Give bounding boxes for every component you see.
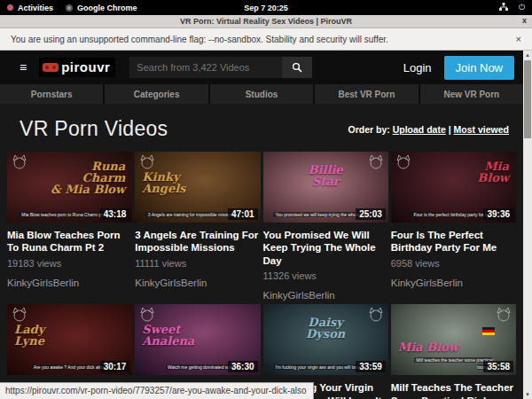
thumbnail-overlay-caption: Watch me getting dominated softly xyxy=(166,364,238,372)
vr-goggles-icon xyxy=(43,63,59,72)
sandbox-warning-bar: You are using an unsupported command-lin… xyxy=(0,28,532,51)
nav-item-new-vr-porn[interactable]: New VR Porn xyxy=(420,84,523,104)
search-button[interactable] xyxy=(282,57,312,78)
thumbnail-overlay-name: Lady Lyne xyxy=(14,324,44,347)
duration-badge: 35:58 xyxy=(483,361,513,372)
thumbnail-overlay-name: Billie Star xyxy=(309,164,343,187)
status-url-tooltip: https://pirouvr.com/vr-porn-video/779325… xyxy=(0,382,314,399)
studio-link[interactable]: KinkyGirlsBerlin xyxy=(135,278,260,288)
video-title[interactable]: Four Is The Perfect Birthday Party For M… xyxy=(391,229,516,254)
video-card[interactable]: Billie Star You promised we will keep tr… xyxy=(263,152,388,301)
login-link[interactable]: Login xyxy=(403,61,432,74)
duration-badge: 36:30 xyxy=(228,361,258,372)
nav-item-categories[interactable]: Categories xyxy=(105,84,207,104)
studio-link[interactable]: KinkyGirlsBerlin xyxy=(263,290,388,301)
thumbnail-overlay-caption: Mia Blow teaches porn to Runa Charm pt. … xyxy=(20,212,109,219)
search-input[interactable] xyxy=(129,57,282,78)
search-bar xyxy=(129,57,312,78)
os-top-bar: Activities Google Chrome Sep 7 20:25 ⏻ xyxy=(0,0,532,15)
warning-close-button[interactable]: × xyxy=(516,34,521,44)
scroll-down-icon[interactable]: ▼ xyxy=(525,390,530,399)
view-count: 6958 views xyxy=(391,258,516,269)
video-card[interactable]: Mia Blow Four is the perfect birthday pa… xyxy=(391,152,516,301)
browser-viewport: ≡ pirouvr Login Join Now Pornstars Categ… xyxy=(0,51,532,399)
video-card[interactable]: Runa Charm & Mia Blow Mia Blow teaches p… xyxy=(7,152,132,301)
video-title[interactable]: You Promised We Will Keep Trying The Who… xyxy=(263,229,388,267)
duration-badge: 30:17 xyxy=(100,361,130,372)
thumbnail-overlay-name: Runa Charm & Mia Blow xyxy=(51,160,125,195)
studio-cat-logo-icon xyxy=(139,155,155,169)
video-card[interactable]: Kinky Angels 3 Angels are training for i… xyxy=(135,152,260,301)
studio-cat-logo-icon xyxy=(12,308,27,322)
video-thumbnail[interactable]: Billie Star You promised we will keep tr… xyxy=(263,152,388,223)
site-logo[interactable]: pirouvr xyxy=(39,58,115,77)
thumbnail-overlay-caption: 3 Angels are training for impossible mis… xyxy=(146,212,238,219)
order-by-label: Order by: xyxy=(348,124,389,135)
video-thumbnail[interactable]: Sweet Analena Watch me getting dominated… xyxy=(135,304,260,375)
duration-badge: 47:01 xyxy=(228,208,258,220)
duration-badge: 39:36 xyxy=(483,208,513,220)
thumbnail-overlay-name: Kinky Angels xyxy=(142,171,185,194)
warning-message: You are using an unsupported command-lin… xyxy=(11,35,388,44)
order-separator: | xyxy=(449,124,451,135)
duration-badge: 25:03 xyxy=(356,208,386,220)
video-thumbnail[interactable]: Runa Charm & Mia Blow Mia Blow teaches p… xyxy=(7,152,132,223)
studio-cat-logo-icon xyxy=(368,155,384,169)
studio-cat-logo-icon xyxy=(139,308,155,322)
thumbnail-overlay-name: Mia Blow xyxy=(477,160,509,184)
window-close-button[interactable]: x xyxy=(522,16,527,25)
video-thumbnail[interactable]: Mia Blow Four is the perfect birthday pa… xyxy=(391,152,516,223)
order-by: Order by: Upload date | Most viewed xyxy=(348,124,509,135)
studio-cat-logo-icon xyxy=(12,155,27,169)
clock[interactable]: Sep 7 20:25 xyxy=(0,4,532,12)
video-grid: Runa Charm & Mia Blow Mia Blow teaches p… xyxy=(7,152,516,399)
video-thumbnail[interactable]: Daisy Dyson I'm fucking your virgin ass … xyxy=(263,304,388,375)
video-thumbnail[interactable]: Lady Lyne Are you awake ? And your dick … xyxy=(7,304,132,375)
video-thumbnail[interactable]: Kinky Angels 3 Angels are training for i… xyxy=(135,152,260,223)
nav-item-studios[interactable]: Studios xyxy=(210,84,313,104)
thumbnail-overlay-caption: You promised we will keep trying the who… xyxy=(273,212,364,219)
scrollbar[interactable]: ▲ ▼ xyxy=(523,51,532,399)
scroll-up-icon[interactable]: ▲ xyxy=(525,51,530,59)
window-title-bar: VR Porn: Virtual Reality Sex Videos | Pi… xyxy=(0,15,532,28)
join-now-button[interactable]: Join Now xyxy=(444,56,514,80)
view-count: 11326 views xyxy=(263,270,388,281)
video-title[interactable]: 3 Angels Are Training For Impossible Mis… xyxy=(135,229,260,254)
studio-cat-logo-icon xyxy=(496,308,512,322)
window-title: VR Porn: Virtual Reality Sex Videos | Pi… xyxy=(180,17,352,26)
thumbnail-overlay-name: Daisy Dyson xyxy=(306,317,345,340)
thumbnail-overlay-caption: Milf teaches the teacher some practical … xyxy=(399,357,493,371)
duration-badge: 33:59 xyxy=(356,361,386,372)
thumbnail-overlay-caption: I'm fucking your virgin ass and you will… xyxy=(273,364,364,372)
video-title[interactable]: Mia Blow Teaches Porn To Runa Charm Pt 2 xyxy=(7,229,132,254)
screen: Activities Google Chrome Sep 7 20:25 ⏻ V… xyxy=(0,0,532,399)
studio-cat-logo-icon xyxy=(395,155,411,169)
studio-cat-logo-icon xyxy=(368,308,384,322)
studio-link[interactable]: KinkyGirlsBerlin xyxy=(391,278,516,288)
thumbnail-overlay-name: Sweet Analena xyxy=(142,324,194,347)
nav-item-best-vr-porn[interactable]: Best VR Porn xyxy=(315,84,418,104)
site-header: ≡ pirouvr Login Join Now xyxy=(0,51,523,84)
view-count: 19183 views xyxy=(7,258,132,269)
order-upload-date-link[interactable]: Upload date xyxy=(393,124,446,135)
page-title: VR Porn Videos xyxy=(20,117,168,141)
hamburger-menu-icon[interactable]: ≡ xyxy=(20,61,27,74)
video-title[interactable]: Milf Teaches The Teacher Some Practical … xyxy=(391,381,516,399)
logo-text: pirouvr xyxy=(61,59,110,74)
german-flag-icon xyxy=(482,327,495,335)
video-thumbnail[interactable]: Mia Blow Milf teaches the teacher some p… xyxy=(391,304,516,375)
search-icon xyxy=(292,62,302,73)
nav-item-pornstars[interactable]: Pornstars xyxy=(0,84,103,104)
main-nav: Pornstars Categories Studios Best VR Por… xyxy=(0,84,523,104)
order-most-viewed-link[interactable]: Most viewed xyxy=(454,124,509,135)
thumbnail-overlay-name: Mia Blow xyxy=(398,341,458,353)
thumbnail-overlay-caption: Four is the perfect birthday party for m… xyxy=(411,212,493,219)
scrollbar-thumb[interactable] xyxy=(524,60,531,138)
video-card[interactable]: Mia Blow Milf teaches the teacher some p… xyxy=(391,304,516,399)
studio-link[interactable]: KinkyGirlsBerlin xyxy=(7,278,132,288)
thumbnail-overlay-caption: Are you awake ? And your dick also ? xyxy=(32,364,109,372)
view-count: 11111 views xyxy=(135,258,260,269)
duration-badge: 43:18 xyxy=(100,208,130,220)
